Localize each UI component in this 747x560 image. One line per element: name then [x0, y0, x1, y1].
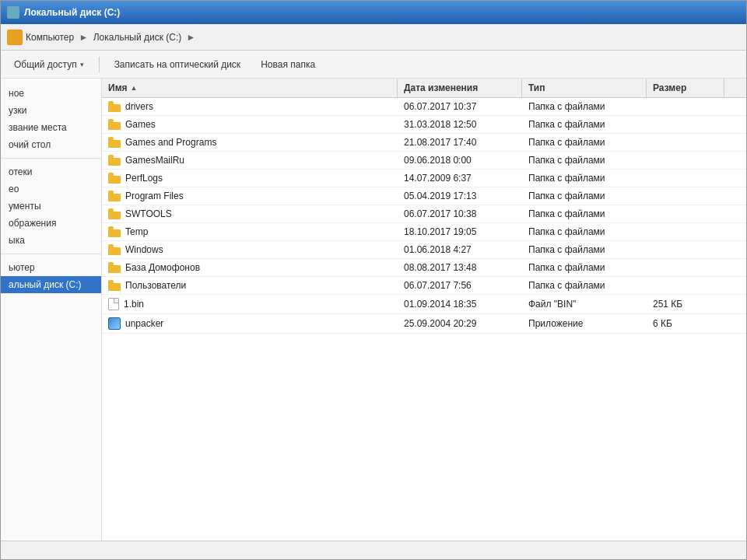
folder-icon — [108, 262, 121, 273]
folder-icon — [108, 226, 121, 237]
title-bar: Локальный диск (C:) — [1, 1, 746, 24]
folder-icon — [108, 191, 121, 201]
sidebar-item-favorites[interactable]: ное — [1, 85, 101, 102]
table-row[interactable]: drivers06.07.2017 10:37Папка с файлами — [102, 98, 746, 116]
sidebar-item-video[interactable]: ео — [1, 180, 101, 198]
file-area: Имя ▲ Дата изменения Тип Размер drivers0… — [102, 79, 746, 541]
file-type-cell: Папка с файлами — [522, 205, 647, 222]
file-type-cell: Папка с файлами — [522, 187, 647, 205]
breadcrumb-sep1: ► — [79, 32, 90, 43]
new-folder-button[interactable]: Новая папка — [254, 56, 322, 73]
file-size-cell — [647, 205, 724, 222]
folder-icon — [108, 173, 121, 184]
file-name-cell: Games — [102, 116, 398, 133]
sidebar-item-local-drive[interactable]: альный диск (C:) — [1, 276, 101, 293]
file-size-cell — [647, 98, 724, 115]
title-bar-title: Локальный диск (C:) — [24, 7, 740, 18]
sidebar-item-music2[interactable]: ыка — [1, 232, 101, 249]
file-name: Пользователи — [125, 280, 186, 291]
share-label: Общий доступ — [14, 59, 77, 70]
file-type-cell: Папка с файлами — [522, 134, 647, 151]
file-date-cell: 01.06.2018 4:27 — [398, 241, 522, 258]
sidebar-item-documents[interactable]: ументы — [1, 198, 101, 215]
share-button[interactable]: Общий доступ ▾ — [7, 56, 91, 73]
table-row[interactable]: База Домофонов08.08.2017 13:48Папка с фа… — [102, 259, 746, 277]
sidebar-item-libraries[interactable]: отеки — [1, 163, 101, 180]
table-row[interactable]: Temp18.10.2017 19:05Папка с файлами — [102, 223, 746, 241]
file-type-cell: Папка с файлами — [522, 223, 647, 240]
table-row[interactable]: GamesMailRu09.06.2018 0:00Папка с файлам… — [102, 152, 746, 170]
toolbar-sep1 — [99, 57, 100, 72]
sidebar-item-music[interactable]: узки — [1, 102, 101, 119]
file-type-cell: Папка с файлами — [522, 98, 647, 115]
column-headers: Имя ▲ Дата изменения Тип Размер — [102, 79, 746, 98]
file-name: unpacker — [125, 318, 163, 329]
breadcrumb-drive[interactable]: Локальный диск (C:) — [93, 32, 182, 43]
file-name-cell: unpacker — [102, 314, 398, 333]
folder-icon — [108, 101, 121, 112]
file-name: Temp — [125, 226, 148, 237]
file-name-cell: PerfLogs — [102, 170, 398, 187]
table-row[interactable]: Пользователи06.07.2017 7:56Папка с файла… — [102, 277, 746, 295]
table-row[interactable]: Games and Programs21.08.2017 17:40Папка … — [102, 134, 746, 152]
table-row[interactable]: unpacker25.09.2004 20:29Приложение6 КБ — [102, 314, 746, 334]
col-header-name[interactable]: Имя ▲ — [102, 79, 398, 97]
sidebar-item-computer[interactable]: ьютер — [1, 259, 101, 276]
file-name: Windows — [125, 244, 163, 255]
toolbar: Общий доступ ▾ Записать на оптический ди… — [1, 51, 746, 79]
sort-arrow-icon: ▲ — [131, 84, 138, 92]
col-header-size[interactable]: Размер — [647, 79, 724, 97]
main-area: ное узки звание места очий стол отеки ео… — [1, 79, 746, 541]
file-name-cell: База Домофонов — [102, 259, 398, 276]
file-type-cell: Папка с файлами — [522, 241, 647, 258]
col-header-type[interactable]: Тип — [522, 79, 647, 97]
file-date-cell: 09.06.2018 0:00 — [398, 152, 522, 169]
table-row[interactable]: PerfLogs14.07.2009 6:37Папка с файлами — [102, 170, 746, 187]
sidebar-divider2 — [1, 254, 101, 254]
file-date-cell: 31.03.2018 12:50 — [398, 116, 522, 133]
file-size-cell — [647, 134, 724, 151]
share-dropdown-icon: ▾ — [80, 61, 84, 68]
file-name: drivers — [125, 101, 153, 112]
sidebar-item-location[interactable]: звание места — [1, 119, 101, 136]
breadcrumb-computer[interactable]: Компьютер — [26, 32, 74, 43]
file-type-cell: Папка с файлами — [522, 170, 647, 187]
file-size-cell — [647, 241, 724, 258]
file-date-cell: 06.07.2017 7:56 — [398, 277, 522, 294]
file-date-cell: 06.07.2017 10:38 — [398, 205, 522, 222]
file-type-cell: Файл "BIN" — [522, 295, 647, 313]
sidebar-item-desktop[interactable]: очий стол — [1, 136, 101, 153]
file-name-cell: 1.bin — [102, 295, 398, 313]
table-row[interactable]: Windows01.06.2018 4:27Папка с файлами — [102, 241, 746, 259]
table-row[interactable]: 1.bin01.09.2014 18:35Файл "BIN"251 КБ — [102, 295, 746, 314]
table-row[interactable]: Games31.03.2018 12:50Папка с файлами — [102, 116, 746, 134]
file-type-cell: Папка с файлами — [522, 152, 647, 169]
sidebar-item-images[interactable]: ображения — [1, 215, 101, 232]
sidebar: ное узки звание места очий стол отеки ео… — [1, 79, 102, 541]
file-type-cell: Папка с файлами — [522, 259, 647, 276]
file-name: PerfLogs — [125, 173, 163, 184]
file-size-cell — [647, 277, 724, 294]
breadcrumb[interactable]: Компьютер ► Локальный диск (C:) ► — [26, 32, 198, 43]
folder-icon — [108, 155, 121, 166]
file-date-cell: 01.09.2014 18:35 — [398, 295, 522, 313]
file-name: SWTOOLS — [125, 208, 172, 219]
file-name: Program Files — [125, 191, 184, 201]
file-name: Games and Programs — [125, 137, 216, 148]
file-size-cell — [647, 187, 724, 205]
col-header-date[interactable]: Дата изменения — [398, 79, 522, 97]
title-bar-icon — [7, 6, 19, 19]
file-size-cell — [647, 116, 724, 133]
file-date-cell: 18.10.2017 19:05 — [398, 223, 522, 240]
file-date-cell: 14.07.2009 6:37 — [398, 170, 522, 187]
file-name: GamesMailRu — [125, 155, 184, 166]
burn-button[interactable]: Записать на оптический диск — [107, 56, 248, 73]
new-folder-label: Новая папка — [261, 59, 315, 70]
burn-label: Записать на оптический диск — [114, 59, 241, 70]
table-row[interactable]: Program Files05.04.2019 17:13Папка с фай… — [102, 187, 746, 205]
table-row[interactable]: SWTOOLS06.07.2017 10:38Папка с файлами — [102, 205, 746, 223]
app-icon — [108, 317, 121, 330]
file-size-cell: 251 КБ — [647, 295, 724, 313]
file-name: База Домофонов — [125, 262, 200, 273]
file-date-cell: 06.07.2017 10:37 — [398, 98, 522, 115]
